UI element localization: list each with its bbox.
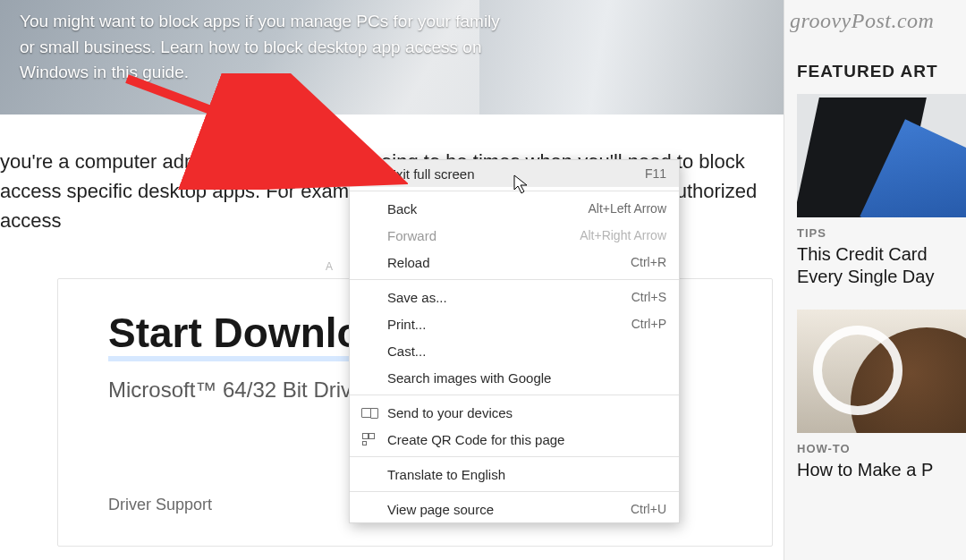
menu-item-save-as[interactable]: Save as...Ctrl+S	[350, 284, 679, 310]
svg-marker-2	[514, 175, 527, 193]
cursor-icon	[513, 174, 530, 194]
featured-category: HOW-TO	[797, 442, 966, 455]
devices-icon	[360, 406, 377, 419]
featured-title: This Credit Card Every Single Day	[797, 243, 966, 288]
menu-item-label: Forward	[387, 228, 436, 243]
ad-title: Start Downloa	[108, 311, 385, 361]
menu-item-print[interactable]: Print...Ctrl+P	[350, 310, 679, 337]
featured-card[interactable]: HOW-TO How to Make a P	[797, 310, 966, 481]
menu-separator	[350, 279, 679, 280]
menu-item-translate-to-english[interactable]: Translate to English	[350, 461, 679, 488]
menu-item-send-to-your-devices[interactable]: Send to your devices	[350, 399, 679, 426]
menu-item-label: Back	[387, 201, 417, 216]
menu-item-label: Save as...	[387, 290, 447, 305]
menu-item-create-qr-code-for-this-page[interactable]: Create QR Code for this page	[350, 426, 679, 453]
sidebar-section-title: FEATURED ART	[797, 62, 966, 81]
menu-item-shortcut: Ctrl+U	[631, 502, 666, 516]
featured-card[interactable]: TIPS This Credit Card Every Single Day	[797, 94, 966, 288]
menu-item-shortcut: Ctrl+P	[631, 317, 666, 331]
hero-decor-ports	[569, 11, 730, 38]
featured-title: How to Make a P	[797, 459, 966, 481]
menu-separator	[350, 456, 679, 457]
menu-item-reload[interactable]: ReloadCtrl+R	[350, 249, 679, 276]
menu-item-label: Send to your devices	[387, 405, 513, 420]
menu-item-shortcut: Ctrl+S	[631, 290, 666, 304]
menu-separator	[350, 491, 679, 492]
site-brand[interactable]: groovyPost.com	[784, 0, 966, 33]
menu-item-label: Search images with Google	[387, 370, 551, 386]
menu-item-label: Translate to English	[387, 467, 505, 482]
menu-item-forward: ForwardAlt+Right Arrow	[350, 222, 679, 249]
menu-item-shortcut: Alt+Left Arrow	[588, 201, 666, 216]
menu-item-label: Cast...	[387, 344, 426, 359]
menu-separator	[350, 395, 679, 395]
menu-item-back[interactable]: BackAlt+Left Arrow	[350, 195, 679, 222]
menu-item-shortcut: F11	[645, 166, 666, 181]
menu-item-shortcut: Alt+Right Arrow	[580, 228, 666, 242]
annotation-arrow	[122, 73, 408, 190]
menu-item-label: View page source	[387, 502, 494, 517]
menu-item-label: Reload	[387, 255, 430, 270]
featured-thumbnail	[797, 94, 966, 217]
menu-item-view-page-source[interactable]: View page sourceCtrl+U	[350, 496, 679, 522]
menu-item-cast[interactable]: Cast...	[350, 337, 679, 364]
featured-category: TIPS	[797, 226, 966, 240]
menu-item-label: Print...	[387, 317, 426, 332]
menu-item-label: Create QR Code for this page	[387, 432, 564, 447]
context-menu: Exit full screenF11BackAlt+Left ArrowFor…	[349, 159, 680, 523]
menu-item-search-images-with-google[interactable]: Search images with Google	[350, 364, 679, 391]
menu-item-shortcut: Ctrl+R	[631, 255, 666, 269]
svg-line-1	[127, 79, 376, 172]
featured-thumbnail	[797, 310, 966, 433]
sidebar: groovyPost.com FEATURED ART TIPS This Cr…	[784, 0, 966, 560]
qr-icon	[360, 433, 377, 445]
